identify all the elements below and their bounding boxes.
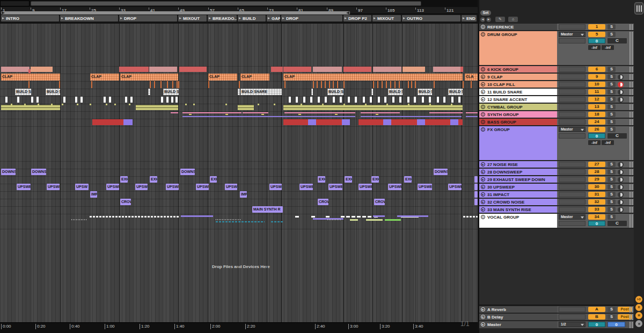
vocal-white-solid-clip[interactable]	[368, 216, 371, 218]
cymbal-strips-clip[interactable]	[1, 105, 60, 110]
track-name[interactable]: ▸12 SNARE ACCENT	[479, 96, 557, 103]
track-header-row[interactable]: ≡FX GROUPMaster26S0C-inf-inf	[479, 126, 634, 161]
clap-lane-clip[interactable]: CLAP	[1, 74, 60, 81]
downsweep-lane-clip[interactable]: DOWNS	[31, 169, 46, 175]
cymbal-ticks-clip[interactable]	[90, 104, 91, 105]
solo-button[interactable]: S	[608, 307, 616, 312]
snareaccent-lane-clip[interactable]	[378, 97, 380, 103]
vocal-white-dash-clip[interactable]	[463, 216, 478, 218]
return-letter-box[interactable]: B	[588, 314, 605, 320]
solo-button[interactable]: S	[608, 199, 616, 205]
solo-button[interactable]: S	[608, 184, 616, 190]
upsweep-lane-clip[interactable]: UPSW	[75, 184, 89, 190]
buildsnare-lane-clip[interactable]: BUILD S	[418, 89, 432, 95]
snareaccent-lane-clip[interactable]	[370, 97, 372, 103]
snareaccent-lane-clip[interactable]	[414, 97, 416, 103]
pan-box[interactable]: 0	[588, 133, 605, 139]
clap-lane-clip[interactable]: CLAP	[240, 74, 269, 81]
buildsnare-lane-clip[interactable]: BUILD S	[46, 89, 60, 95]
loop-start-handle[interactable]	[2, 11, 5, 15]
output-routing-dropdown[interactable]: Master	[559, 32, 586, 37]
exhaust-lane-clip[interactable]: EXH	[404, 176, 412, 183]
synth-pink-clip[interactable]	[243, 112, 268, 113]
impact-lane-clip[interactable]	[474, 191, 478, 198]
loop-end-handle[interactable]	[346, 11, 349, 15]
synth-pink-clip[interactable]	[466, 112, 478, 113]
vocal-dots-clip[interactable]	[216, 219, 240, 220]
clapfill-lane-clip[interactable]	[337, 81, 338, 88]
exhaust-lane-clip[interactable]: EXH	[345, 176, 352, 183]
track-name[interactable]: ▸10 CLAP FILL	[479, 81, 557, 88]
upsweep-lane-clip[interactable]: UPSW	[225, 184, 237, 190]
snareaccent-lane-clip[interactable]	[443, 97, 445, 103]
track-name[interactable]: ▸32 CROWD NOISE	[479, 199, 557, 205]
exhaust-lane-clip[interactable]: EXH	[120, 176, 128, 183]
clapfill-lane-clip[interactable]	[160, 81, 162, 88]
locator-marker[interactable]: BREAKDO...	[208, 15, 237, 21]
snareaccent-lane-clip[interactable]	[296, 97, 298, 103]
track-number-box[interactable]: 27	[588, 162, 605, 167]
lock-button[interactable]: ⌂	[508, 17, 518, 22]
track-header-row[interactable]: ▸11 BUILD SNARE11S	[479, 89, 634, 96]
exhaust-lane-clip[interactable]	[474, 176, 478, 183]
kick-lane-clip[interactable]	[343, 67, 371, 72]
arm-button[interactable]	[618, 97, 624, 103]
snareaccent-lane-clip[interactable]	[125, 97, 127, 103]
synth-yellow-clip[interactable]	[298, 114, 301, 115]
locator-marker[interactable]: MIXOUT	[178, 15, 207, 21]
volume-inf-box[interactable]: -inf	[588, 45, 601, 50]
locator-marker[interactable]: END	[462, 15, 477, 21]
track-name[interactable]: ≡CYMBAL GROUP	[479, 104, 557, 110]
bass-lane-clip[interactable]	[383, 119, 391, 125]
locator-marker[interactable]: BUILD	[238, 15, 266, 21]
kick-lane-clip[interactable]	[119, 67, 149, 72]
track-number-box[interactable]: 31	[588, 192, 605, 197]
synth-yellow-clip[interactable]	[335, 114, 338, 115]
synth-purple-clip[interactable]	[361, 116, 462, 117]
arm-button[interactable]	[618, 207, 624, 213]
snareaccent-lane-clip[interactable]	[80, 97, 83, 103]
track-name[interactable]: ≡6 KICK GROUP	[479, 66, 557, 73]
track-number-box[interactable]: 11	[588, 89, 605, 95]
buildsnare-lane-clip[interactable]: BUILD S	[163, 89, 179, 95]
upsweep-lane-clip[interactable]: UPSWE	[196, 184, 209, 190]
vocal-purple-clip[interactable]	[373, 215, 385, 217]
solo-button[interactable]: S	[608, 214, 616, 220]
master-cue-dropdown[interactable]: 1/2	[559, 322, 586, 327]
vocal-white-solid-clip[interactable]	[357, 216, 361, 218]
arm-button[interactable]	[618, 162, 624, 168]
cymbal-ticks-clip[interactable]	[322, 104, 324, 105]
upsweep-lane-clip[interactable]: UPSWE	[269, 184, 282, 190]
synth-purple-clip[interactable]	[182, 116, 355, 117]
track-number-box[interactable]: 10	[588, 82, 605, 87]
impact-lane-clip[interactable]: IMP	[240, 191, 247, 198]
track-name[interactable]: ▸33 MAIN SYNTH RISE	[479, 206, 557, 213]
clap-lane-clip[interactable]: CLAP	[90, 74, 119, 81]
bass-lane-clip[interactable]	[283, 119, 308, 125]
next-arrow-button[interactable]: ►	[486, 17, 491, 22]
return-track-row[interactable]: ▸A ReverbASPost	[479, 306, 634, 313]
cymbal-ticks-clip[interactable]	[185, 104, 187, 105]
synth-pink-clip[interactable]	[361, 112, 400, 113]
return-letter-box[interactable]: A	[588, 307, 605, 312]
arm-button[interactable]	[618, 82, 624, 88]
cymbal-ticks-clip[interactable]	[451, 104, 452, 105]
track-header-row[interactable]: ▸30 UPSWEEP30S	[479, 184, 634, 191]
track-number-box[interactable]: 30	[588, 184, 605, 190]
volume-inf-box[interactable]: -inf	[602, 140, 614, 145]
exhaust-lane-clip[interactable]: EXH	[150, 176, 157, 183]
upsweep-lane-clip[interactable]: UPSWE	[418, 184, 432, 190]
vocal-teal-clip[interactable]	[271, 221, 283, 222]
upsweep-lane-clip[interactable]: UPSWE	[106, 184, 119, 190]
cymbal-ticks-clip[interactable]	[386, 104, 388, 105]
solo-button[interactable]: S	[608, 97, 616, 102]
locator-marker[interactable]: MIXOUT	[372, 15, 401, 21]
clapfill-lane-clip[interactable]	[317, 81, 318, 88]
vocal-white-solid-clip[interactable]	[362, 216, 366, 218]
vocal-white-solid-clip[interactable]	[326, 216, 330, 218]
downsweep-lane-clip[interactable]: DOWNS	[1, 169, 16, 175]
kick-lane-clip[interactable]	[460, 67, 463, 72]
track-header-row[interactable]: ▸12 SNARE ACCENT12S	[479, 96, 634, 103]
vocal-white-solid-clip[interactable]	[295, 216, 299, 218]
vocal-white-solid-clip[interactable]	[311, 216, 315, 218]
